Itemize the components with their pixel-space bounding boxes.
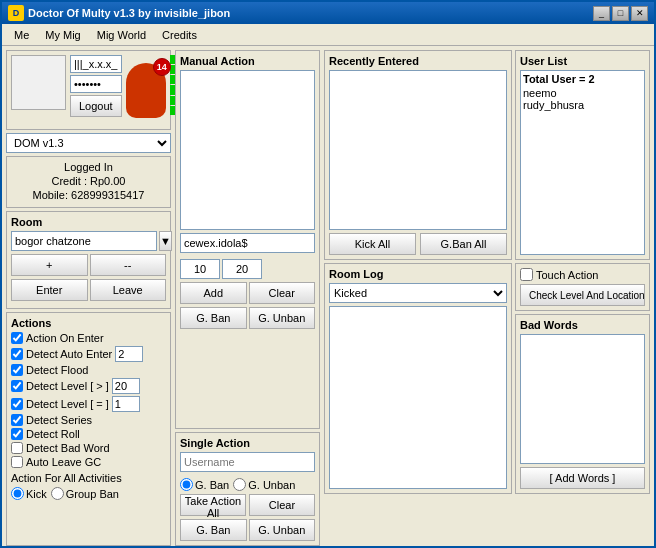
- room-input-row: ▼: [11, 231, 166, 251]
- single-g-ban-radio[interactable]: [180, 478, 193, 491]
- take-action-row: Take Action All Clear: [180, 494, 315, 516]
- kick-all-button[interactable]: Kick All: [329, 233, 416, 255]
- detect-auto-enter-checkbox[interactable]: [11, 348, 23, 360]
- detect-series-checkbox[interactable]: [11, 414, 23, 426]
- num2-input[interactable]: [222, 259, 262, 279]
- bottom-clear-button[interactable]: Clear: [249, 494, 315, 516]
- room-log-title: Room Log: [329, 268, 507, 280]
- detect-bad-word-label: Detect Bad Word: [26, 442, 110, 454]
- room-nav-buttons: + --: [11, 254, 166, 276]
- username-input[interactable]: [70, 55, 122, 73]
- detect-roll-label: Detect Roll: [26, 428, 80, 440]
- bad-words-section: Bad Words [ Add Words ]: [515, 314, 650, 494]
- detect-auto-enter-label: Detect Auto Enter: [26, 348, 112, 360]
- version-dropdown[interactable]: DOM v1.3: [6, 133, 171, 153]
- touch-action-label: Touch Action: [536, 269, 598, 281]
- menu-my-mig[interactable]: My Mig: [37, 27, 88, 43]
- level-badge: 14: [153, 58, 171, 76]
- single-action-title: Single Action: [180, 437, 315, 449]
- room-input[interactable]: [11, 231, 157, 251]
- top-right: Recently Entered Kick All G.Ban All User…: [324, 50, 650, 260]
- add-words-button[interactable]: [ Add Words ]: [520, 467, 645, 489]
- title-bar: D Doctor Of Multy v1.3 by invisible_jibo…: [2, 2, 654, 24]
- minimize-button[interactable]: _: [593, 6, 610, 21]
- password-input[interactable]: [70, 75, 122, 93]
- room-log-content: [329, 306, 507, 489]
- detect-level-eq-checkbox[interactable]: [11, 398, 23, 410]
- detect-level-gt-num[interactable]: [112, 378, 140, 394]
- bottom-right: Room Log Kicked Touch Action Check Lev: [324, 263, 650, 494]
- add-clear-row: Add Clear: [180, 282, 315, 304]
- single-g-ban-label: G. Ban: [195, 479, 229, 491]
- leave-button[interactable]: Leave: [90, 279, 167, 301]
- g-unban-manual-button[interactable]: G. Unban: [249, 307, 316, 329]
- menu-bar: Me My Mig Mig World Credits: [2, 24, 654, 46]
- close-button[interactable]: ✕: [631, 6, 648, 21]
- maximize-button[interactable]: □: [612, 6, 629, 21]
- kick-label: Kick: [26, 488, 47, 500]
- enter-button[interactable]: Enter: [11, 279, 88, 301]
- recently-content: [329, 70, 507, 230]
- room-log-section: Room Log Kicked: [324, 263, 512, 494]
- detect-bad-word-checkbox[interactable]: [11, 442, 23, 454]
- detect-level-gt-label: Detect Level [ > ]: [26, 380, 109, 392]
- manual-action-textarea[interactable]: [180, 70, 315, 230]
- action-on-enter-label: Action On Enter: [26, 332, 104, 344]
- clear-button[interactable]: Clear: [249, 282, 316, 304]
- user-item-2: rudy_bhusra: [523, 99, 642, 111]
- g-unban-radio-label: G. Unban: [233, 478, 295, 491]
- profile-fields: Logout: [70, 55, 122, 117]
- main-content: Logout 14: [2, 46, 654, 548]
- menu-credits[interactable]: Credits: [154, 27, 205, 43]
- auto-leave-gc-label: Auto Leave GC: [26, 456, 101, 468]
- status-label: Logged In: [11, 161, 166, 173]
- menu-mig-world[interactable]: Mig World: [89, 27, 154, 43]
- word-input[interactable]: [180, 233, 315, 253]
- room-dropdown-arrow[interactable]: ▼: [159, 231, 172, 251]
- g-ban-radio-label: G. Ban: [180, 478, 229, 491]
- action-for-all-label: Action For All Activities: [11, 472, 166, 484]
- auto-leave-gc-checkbox[interactable]: [11, 456, 23, 468]
- menu-me[interactable]: Me: [6, 27, 37, 43]
- actions-title: Actions: [11, 317, 166, 329]
- touch-action-checkbox[interactable]: [520, 268, 533, 281]
- detect-roll-checkbox[interactable]: [11, 428, 23, 440]
- window-controls: _ □ ✕: [593, 6, 648, 21]
- single-g-unban-button[interactable]: G. Unban: [249, 519, 316, 541]
- room-minus-button[interactable]: --: [90, 254, 167, 276]
- detect-flood-checkbox[interactable]: [11, 364, 23, 376]
- right-panel: Recently Entered Kick All G.Ban All User…: [324, 50, 650, 546]
- group-ban-radio[interactable]: [51, 487, 64, 500]
- username-field[interactable]: [180, 452, 315, 472]
- group-ban-label: Group Ban: [66, 488, 119, 500]
- g-ban-all-button[interactable]: G.Ban All: [420, 233, 507, 255]
- detect-roll-row: Detect Roll: [11, 428, 166, 440]
- action-on-enter-checkbox[interactable]: [11, 332, 23, 344]
- room-plus-button[interactable]: +: [11, 254, 88, 276]
- check-level-button[interactable]: Check Level And Location: [520, 284, 645, 306]
- total-user-label: Total User = 2: [523, 73, 642, 85]
- kick-radio[interactable]: [11, 487, 24, 500]
- room-log-select[interactable]: Kicked: [329, 283, 507, 303]
- detect-flood-label: Detect Flood: [26, 364, 88, 376]
- avatar: [11, 55, 66, 110]
- num1-input[interactable]: [180, 259, 220, 279]
- take-action-button[interactable]: Take Action All: [180, 494, 246, 516]
- detect-auto-enter-num[interactable]: [115, 346, 143, 362]
- bad-words-title: Bad Words: [520, 319, 645, 331]
- detect-level-gt-checkbox[interactable]: [11, 380, 23, 392]
- left-panel: Logout 14: [6, 50, 171, 546]
- logout-button[interactable]: Logout: [70, 95, 122, 117]
- add-button[interactable]: Add: [180, 282, 247, 304]
- single-g-ban-button[interactable]: G. Ban: [180, 519, 247, 541]
- g-ban-manual-button[interactable]: G. Ban: [180, 307, 247, 329]
- info-section: Logged In Credit : Rp0.00 Mobile: 628999…: [6, 156, 171, 208]
- room-action-buttons: Enter Leave: [11, 279, 166, 301]
- action-on-enter-row: Action On Enter: [11, 332, 166, 344]
- detect-level-eq-num[interactable]: [112, 396, 140, 412]
- single-g-unban-radio[interactable]: [233, 478, 246, 491]
- detect-flood-row: Detect Flood: [11, 364, 166, 376]
- detect-auto-enter-row: Detect Auto Enter: [11, 346, 166, 362]
- user-item-1: neemo: [523, 87, 642, 99]
- kick-radio-label: Kick: [11, 487, 47, 500]
